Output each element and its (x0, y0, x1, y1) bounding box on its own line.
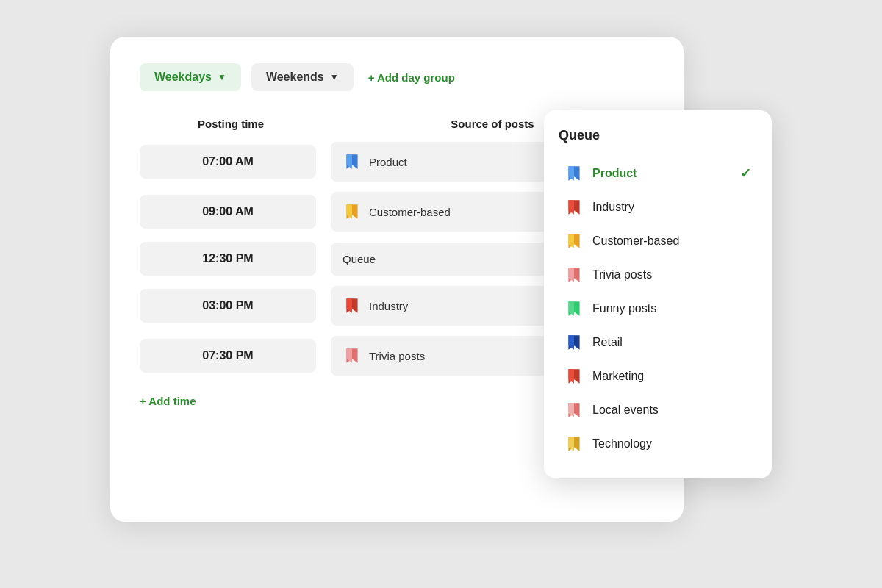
technology-dropdown-icon (564, 434, 584, 453)
dropdown-item-label: Technology (592, 437, 751, 451)
weekends-button[interactable]: Weekends ▼ (251, 63, 354, 91)
queue-dropdown-title: Queue (559, 128, 757, 143)
weekends-chevron-icon: ▼ (330, 72, 339, 82)
dropdown-item-label: Product (592, 167, 731, 180)
product-dropdown-icon (564, 164, 584, 183)
source-label: Customer-based (369, 206, 451, 218)
time-cell: 12:30 PM (140, 242, 316, 276)
industry-icon (343, 296, 362, 315)
trivia-posts-icon (343, 346, 362, 365)
dropdown-item-label: Retail (592, 336, 751, 349)
queue-dropdown: Queue Product ✓ Industry (544, 110, 772, 478)
dropdown-item-customer-based[interactable]: Customer-based (559, 224, 757, 258)
dropdown-item-retail[interactable]: Retail (559, 326, 757, 359)
add-day-group-button[interactable]: + Add day group (368, 71, 455, 84)
funny-posts-dropdown-icon (564, 299, 584, 318)
posting-time-header: Posting time (143, 118, 319, 130)
add-time-button[interactable]: + Add time (140, 392, 196, 410)
dropdown-item-label: Customer-based (592, 234, 751, 248)
dropdown-item-technology[interactable]: Technology (559, 427, 757, 461)
time-cell: 07:30 PM (140, 339, 316, 373)
source-label: Queue (343, 253, 376, 265)
weekdays-chevron-icon: ▼ (218, 72, 226, 82)
dropdown-item-marketing[interactable]: Marketing (559, 359, 757, 393)
dropdown-item-label: Trivia posts (592, 268, 751, 282)
source-label: Trivia posts (369, 350, 425, 362)
dropdown-item-industry[interactable]: Industry (559, 190, 757, 224)
weekdays-button[interactable]: Weekdays ▼ (140, 63, 241, 91)
dropdown-item-label: Local events (592, 404, 751, 417)
day-group-bar: Weekdays ▼ Weekends ▼ + Add day group (140, 63, 654, 91)
dropdown-item-local-events[interactable]: Local events (559, 393, 757, 427)
local-events-dropdown-icon (564, 401, 584, 420)
dropdown-item-trivia-posts[interactable]: Trivia posts (559, 258, 757, 292)
weekdays-label: Weekdays (154, 71, 212, 84)
dropdown-item-label: Marketing (592, 370, 751, 383)
marketing-dropdown-icon (564, 367, 584, 386)
weekends-label: Weekends (266, 71, 324, 84)
retail-dropdown-icon (564, 333, 584, 352)
source-label: Industry (369, 300, 408, 312)
time-cell: 03:00 PM (140, 289, 316, 323)
customer-based-dropdown-icon (564, 232, 584, 251)
industry-dropdown-icon (564, 198, 584, 217)
source-label: Product (369, 156, 407, 168)
trivia-posts-dropdown-icon (564, 265, 584, 284)
time-cell: 07:00 AM (140, 145, 316, 179)
dropdown-item-label: Funny posts (592, 302, 751, 315)
dropdown-item-funny-posts[interactable]: Funny posts (559, 292, 757, 326)
product-icon (343, 152, 362, 171)
dropdown-item-product[interactable]: Product ✓ (559, 157, 757, 190)
time-cell: 09:00 AM (140, 195, 316, 229)
customer-based-icon (343, 202, 362, 221)
dropdown-item-label: Industry (592, 201, 751, 214)
check-icon: ✓ (740, 165, 751, 182)
